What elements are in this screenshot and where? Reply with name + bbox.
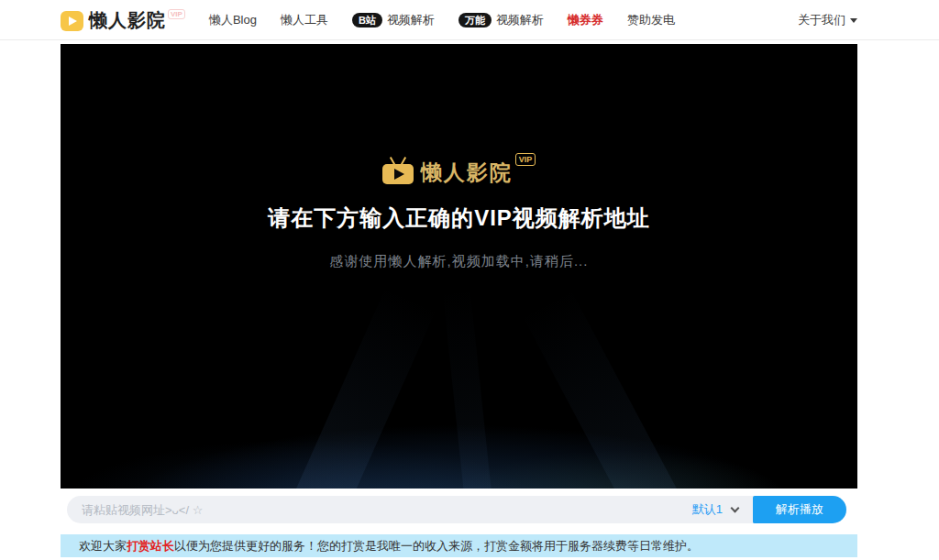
player-logo-title: 懒人影院 (421, 159, 513, 187)
nav-label: 赞助发电 (627, 12, 675, 28)
nav-label: 懒人Blog (209, 12, 257, 28)
nav-label: 懒人工具 (281, 12, 328, 28)
notice-text-post: 以便为您提供更好的服务！您的打赏是我唯一的收入来源，打赏金额将用于服务器续费等日… (174, 538, 699, 555)
page: 懒人影院 VIP 懒人Blog 懒人工具 B站 视频解析 万能 视频解析 (0, 0, 939, 560)
nav-label: 视频解析 (387, 12, 435, 28)
donation-notice-bar: 欢迎大家 打赏站长 以便为您提供更好的服务！您的打赏是我唯一的收入来源，打赏金额… (61, 534, 857, 557)
nav-label: 懒券券 (568, 12, 603, 28)
nav-item-blog[interactable]: 懒人Blog (209, 12, 257, 28)
top-nav-inner: 懒人影院 VIP 懒人Blog 懒人工具 B站 视频解析 万能 视频解析 (61, 0, 857, 40)
donate-link[interactable]: 打赏站长 (127, 538, 174, 555)
parse-input-bar: 默认1 解析播放 (67, 496, 846, 523)
nav-item-coupons[interactable]: 懒券券 (568, 12, 603, 28)
top-nav-bar: 懒人影院 VIP 懒人Blog 懒人工具 B站 视频解析 万能 视频解析 (0, 0, 939, 40)
line-select-dropdown[interactable]: 默认1 (678, 496, 753, 523)
nav-item-sponsor[interactable]: 赞助发电 (627, 12, 675, 28)
parse-play-button[interactable]: 解析播放 (753, 496, 846, 523)
about-us-label: 关于我们 (798, 12, 845, 28)
universal-badge: 万能 (458, 13, 492, 27)
nav-item-universal-parse[interactable]: 万能 视频解析 (458, 12, 544, 28)
nav-menu: 懒人Blog 懒人工具 B站 视频解析 万能 视频解析 懒券券 赞助发电 (209, 12, 675, 28)
about-us-dropdown[interactable]: 关于我们 (798, 12, 857, 28)
bilibili-badge: B站 (352, 13, 382, 27)
play-button-icon (61, 11, 83, 31)
tv-play-icon (382, 159, 414, 182)
video-player-area: 懒人影院 VIP 请在下方输入正确的VIP视频解析地址 感谢使用懒人解析,视频加… (61, 44, 857, 489)
site-logo[interactable]: 懒人影院 VIP (61, 8, 185, 33)
player-logo: 懒人影院 VIP (382, 153, 536, 187)
nav-item-tools[interactable]: 懒人工具 (281, 12, 328, 28)
player-message: 懒人影院 VIP 请在下方输入正确的VIP视频解析地址 感谢使用懒人解析,视频加… (61, 44, 857, 489)
notice-text-pre: 欢迎大家 (79, 538, 127, 555)
caret-down-icon (850, 18, 857, 23)
line-select-value: 默认1 (692, 501, 723, 518)
video-url-input[interactable] (67, 496, 678, 523)
site-title: 懒人影院 (89, 8, 166, 33)
vip-badge: VIP (168, 9, 185, 19)
nav-label: 视频解析 (496, 12, 544, 28)
player-subtext: 感谢使用懒人解析,视频加载中,请稍后... (330, 253, 589, 270)
nav-item-bilibili-parse[interactable]: B站 视频解析 (352, 12, 435, 28)
player-vip-badge: VIP (515, 153, 536, 166)
player-heading: 请在下方输入正确的VIP视频解析地址 (268, 203, 650, 233)
chevron-down-icon (731, 503, 740, 512)
